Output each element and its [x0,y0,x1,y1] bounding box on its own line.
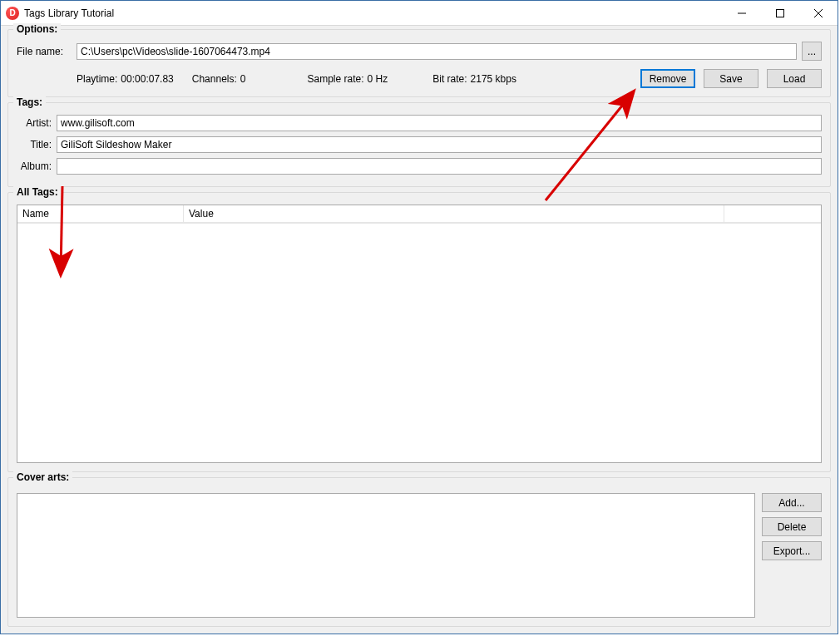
album-label: Album: [17,160,52,172]
browse-button[interactable]: ... [802,42,822,61]
artist-input[interactable] [57,115,822,131]
svg-rect-1 [777,9,784,17]
playtime-value: 00:00:07.83 [121,73,173,85]
column-spacer [724,205,821,223]
column-name[interactable]: Name [17,205,184,223]
add-cover-button[interactable]: Add... [762,493,822,512]
window-title: Tags Library Tutorial [24,7,114,19]
cover-arts-area[interactable] [17,493,755,618]
playtime-label: Playtime: [77,73,117,85]
client-area: Options: File name: ... Playtime: 00:00:… [1,26,838,634]
bitrate-label: Bit rate: [432,73,467,85]
tags-legend: Tags: [13,96,46,108]
samplerate-value: 0 Hz [368,73,388,85]
album-input[interactable] [57,158,822,175]
listview-body[interactable] [17,224,821,462]
minimize-button[interactable] [723,1,761,25]
svg-line-2 [814,9,823,17]
app-window: D Tags Library Tutorial Options: File na… [0,0,838,634]
cover-arts-group: Cover arts: Add... Delete Export... [7,477,831,627]
delete-cover-button[interactable]: Delete [762,517,822,536]
close-button[interactable] [799,1,838,25]
column-value[interactable]: Value [184,205,724,223]
artist-label: Artist: [17,117,52,129]
export-cover-button[interactable]: Export... [762,541,822,560]
titlebar: D Tags Library Tutorial [1,1,838,26]
options-group: Options: File name: ... Playtime: 00:00:… [7,29,831,97]
svg-line-3 [814,9,823,17]
title-label: Title: [17,139,52,150]
title-input[interactable] [57,136,822,153]
load-button[interactable]: Load [767,69,822,88]
maximize-button[interactable] [761,1,799,25]
bitrate-value: 2175 kbps [471,73,516,85]
file-name-label: File name: [17,46,72,57]
file-name-input[interactable] [77,43,797,60]
channels-value: 0 [240,73,246,85]
samplerate-label: Sample rate: [308,73,364,85]
tags-group: Tags: Artist: Title: Album: [7,102,831,187]
options-legend: Options: [13,23,61,35]
channels-label: Channels: [192,73,237,85]
save-button[interactable]: Save [704,69,758,88]
window-controls [723,1,838,25]
cover-arts-legend: Cover arts: [13,471,72,483]
app-icon: D [6,7,19,20]
all-tags-legend: All Tags: [13,186,62,198]
remove-button[interactable]: Remove [640,69,695,88]
all-tags-group: All Tags: Name Value [7,192,831,472]
listview-header: Name Value [17,205,821,224]
all-tags-listview[interactable]: Name Value [17,205,822,463]
